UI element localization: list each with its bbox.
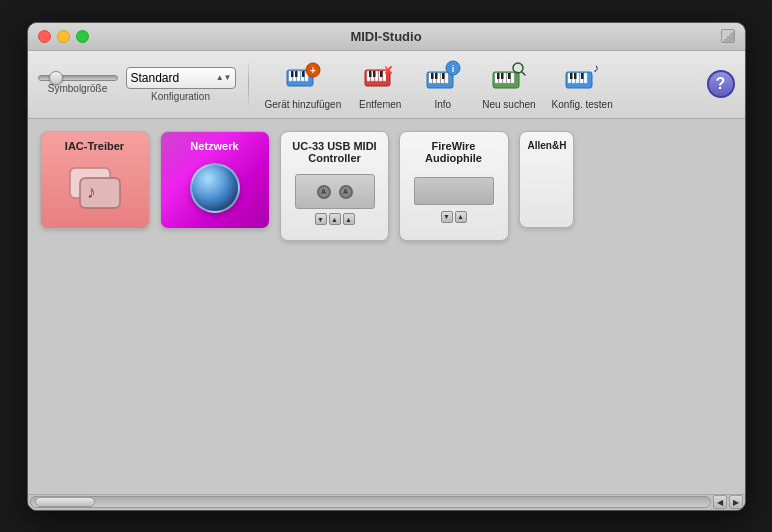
titlebar: MIDI-Studio — [28, 23, 745, 51]
maximize-button[interactable] — [76, 30, 89, 43]
svg-rect-27 — [445, 73, 448, 83]
test-config-button[interactable]: ♪ Konfig. testen — [548, 57, 617, 112]
add-device-icon: + — [284, 59, 322, 97]
svg-line-43 — [522, 72, 525, 75]
scrollbar-area: ◀ ▶ — [28, 494, 745, 510]
config-select[interactable]: Standard — [126, 67, 236, 89]
svg-rect-39 — [497, 73, 500, 79]
svg-rect-17 — [369, 71, 372, 77]
arrow-up-2[interactable]: ▲ — [343, 213, 355, 225]
fw-arrow-down[interactable]: ▼ — [441, 211, 453, 223]
netzwerk-title: Netzwerk — [169, 140, 261, 152]
search-label: Neu suchen — [482, 99, 535, 110]
device-card-firewire[interactable]: FireWire Audiophile ▼ ▲ — [399, 131, 509, 241]
svg-rect-38 — [511, 73, 514, 83]
scrollbar-track[interactable] — [30, 496, 711, 508]
slider-thumb[interactable] — [49, 71, 63, 85]
iac-title: IAC-Treiber — [49, 140, 141, 152]
svg-rect-19 — [380, 71, 383, 77]
device-card-iac[interactable]: IAC-Treiber ♪ — [40, 131, 150, 229]
main-window: MIDI-Studio Symbolgröße Standard Konfigu… — [27, 22, 746, 511]
svg-rect-29 — [435, 73, 438, 79]
svg-rect-55 — [80, 178, 120, 208]
svg-rect-50 — [570, 73, 573, 79]
svg-text:+: + — [310, 65, 316, 76]
uc33-title: UC-33 USB MIDI Controller — [289, 140, 381, 164]
svg-rect-49 — [584, 73, 587, 83]
fw-arrow-up[interactable]: ▲ — [455, 211, 467, 223]
svg-rect-30 — [442, 73, 445, 79]
uc33-icon: A A ▼ ▲ ▲ — [303, 168, 367, 232]
svg-rect-52 — [581, 73, 584, 79]
svg-rect-6 — [291, 71, 294, 77]
svg-rect-7 — [295, 71, 298, 77]
device-card-allen[interactable]: Allen&H — [519, 131, 574, 228]
svg-text:♪: ♪ — [87, 182, 96, 202]
minimize-button[interactable] — [57, 30, 70, 43]
scroll-right-button[interactable]: ▶ — [729, 495, 743, 509]
allen-title: Allen&H — [528, 140, 565, 151]
scrollbar-thumb[interactable] — [35, 497, 95, 507]
info-button[interactable]: i Info — [415, 57, 470, 112]
svg-text:♪: ♪ — [593, 61, 599, 75]
search-button[interactable]: Neu suchen — [478, 57, 539, 112]
firewire-title: FireWire Audiophile — [408, 140, 500, 164]
help-button[interactable]: ? — [707, 70, 735, 98]
scroll-left-button[interactable]: ◀ — [713, 495, 727, 509]
device-card-uc33[interactable]: UC-33 USB MIDI Controller A A ▼ ▲ ▲ — [280, 131, 389, 241]
svg-rect-28 — [431, 73, 434, 79]
test-config-label: Konfig. testen — [552, 99, 613, 110]
port-a1: A — [317, 185, 331, 199]
netzwerk-icon — [183, 156, 247, 220]
content-area: IAC-Treiber ♪ Netzwerk — [28, 119, 745, 494]
svg-rect-41 — [508, 73, 511, 79]
firewire-arrows: ▼ ▲ — [441, 211, 467, 223]
window-title: MIDI-Studio — [350, 29, 421, 44]
config-label: Konfiguration — [151, 91, 210, 102]
add-device-button[interactable]: + Gerät hinzufügen — [261, 57, 346, 112]
search-icon — [490, 59, 528, 97]
test-config-icon: ♪ — [563, 59, 601, 97]
toolbar-divider-1 — [248, 59, 249, 109]
info-label: Info — [434, 99, 451, 110]
symbol-size-slider[interactable] — [38, 75, 118, 81]
resize-icon[interactable] — [721, 29, 735, 43]
config-select-wrapper: Standard — [126, 67, 236, 89]
remove-icon — [362, 59, 399, 97]
devices-row: IAC-Treiber ♪ Netzwerk — [40, 131, 733, 241]
arrow-down[interactable]: ▼ — [315, 213, 327, 225]
svg-text:i: i — [451, 64, 454, 74]
close-button[interactable] — [38, 30, 51, 43]
svg-rect-8 — [302, 71, 305, 77]
info-icon: i — [424, 59, 462, 97]
traffic-lights — [38, 30, 89, 43]
device-card-netzwerk[interactable]: Netzwerk — [160, 131, 270, 229]
svg-rect-40 — [501, 73, 504, 79]
iac-icon: ♪ — [63, 156, 127, 220]
firewire-icon: ▼ ▲ — [422, 168, 486, 232]
remove-label: Entfernen — [359, 99, 401, 110]
port-a2: A — [339, 185, 353, 199]
symbol-size-section: Symbolgröße — [38, 75, 118, 94]
config-section: Standard Konfiguration — [126, 67, 236, 102]
allen-icon — [519, 155, 574, 219]
toolbar: Symbolgröße Standard Konfiguration — [28, 51, 745, 119]
uc33-arrows: ▼ ▲ ▲ — [315, 213, 355, 225]
arrow-up-1[interactable]: ▲ — [329, 213, 341, 225]
remove-button[interactable]: Entfernen — [353, 57, 407, 112]
svg-rect-18 — [373, 71, 376, 77]
add-device-label: Gerät hinzufügen — [265, 99, 342, 110]
svg-rect-51 — [574, 73, 577, 79]
